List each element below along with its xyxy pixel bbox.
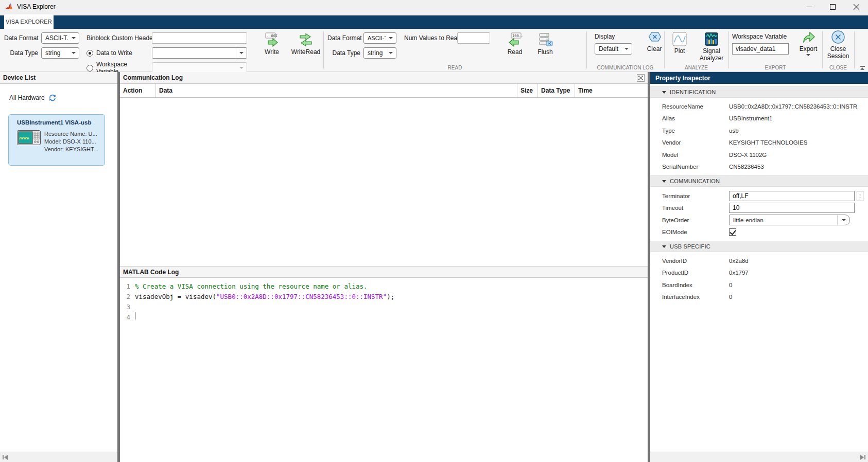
data-to-write-radio[interactable] — [86, 50, 93, 57]
code-line: 2 visadevObj = visadev("USB0::0x2A8D::0x… — [120, 292, 648, 302]
line-number: 4 — [120, 312, 130, 323]
property-row: ProductID 0x1797 — [650, 267, 868, 279]
chevron-down-icon — [389, 52, 393, 54]
property-row: ResourceName USB0::0x2A8D::0x1797::CN582… — [650, 100, 868, 113]
export-group: Workspace Variable Export EXPORT — [728, 29, 822, 72]
column-header-time[interactable]: Time — [575, 84, 648, 97]
device-card-usbinstrument1[interactable]: USBInstrument1 VISA-usb Resource Name: U… — [8, 114, 105, 166]
maximize-button[interactable] — [821, 0, 844, 13]
read-icon: I00.. — [507, 32, 523, 47]
read-data-type-label: Data Type — [327, 49, 360, 57]
section-identification[interactable]: IDENTIFICATION — [650, 86, 868, 98]
property-inspector-panel: Property Inspector IDENTIFICATION Resour… — [650, 72, 868, 462]
display-label: Display — [595, 32, 632, 41]
close-group: Close Session CLOSE — [822, 29, 854, 72]
chevron-down-button[interactable] — [837, 215, 849, 225]
svg-text:I00..: I00.. — [512, 34, 523, 38]
communication-log-header: Communication Log — [120, 72, 648, 84]
expand-panel-icon[interactable] — [637, 74, 645, 82]
property-inspector-title: Property Inspector — [655, 75, 710, 82]
writeread-icon — [298, 32, 314, 47]
device-list-horizontal-scrollbar[interactable] — [0, 452, 117, 462]
flush-icon — [537, 32, 553, 47]
byteorder-dropdown[interactable]: little-endian — [729, 215, 850, 225]
chevron-down-button[interactable] — [236, 48, 247, 58]
section-communication[interactable]: COMMUNICATION — [650, 175, 868, 187]
property-row: Vendor KEYSIGHT TECHNOLOGIES — [650, 137, 868, 149]
num-values-input[interactable] — [457, 32, 490, 44]
binblock-header-input[interactable] — [152, 32, 247, 44]
close-session-icon — [831, 30, 845, 44]
center-panel: Communication Log Action Data Size Data … — [120, 72, 648, 462]
clear-icon — [647, 30, 662, 44]
analyze-group: Plot Signal Analyzer ANALYZE — [664, 29, 728, 72]
export-button[interactable]: Export — [796, 29, 821, 56]
clear-button[interactable]: Clear — [645, 29, 664, 52]
section-usb-specific[interactable]: USB SPECIFIC — [650, 241, 868, 252]
eoimode-checkbox[interactable] — [729, 228, 736, 236]
column-header-size[interactable]: Size — [517, 84, 538, 97]
property-row: VendorID 0x2a8d — [650, 255, 868, 267]
scroll-right-stepper[interactable] — [858, 455, 868, 460]
scroll-right-icon — [860, 455, 864, 460]
terminator-options-button[interactable]: ⋮ — [857, 191, 863, 201]
plot-button[interactable]: Plot — [669, 29, 690, 55]
export-workspace-variable-input[interactable] — [732, 43, 789, 55]
data-to-write-combobox[interactable] — [152, 47, 247, 59]
read-group: Data Format ASCII-T... Data Type string — [323, 29, 586, 72]
signal-analyzer-icon — [704, 32, 719, 46]
signal-analyzer-button[interactable]: Signal Analyzer — [697, 29, 726, 62]
close-session-button[interactable]: Close Session — [824, 29, 853, 60]
column-header-action[interactable]: Action — [120, 84, 156, 97]
column-header-data-type[interactable]: Data Type — [538, 84, 575, 97]
minimize-button[interactable] — [797, 0, 821, 13]
read-data-format-dropdown[interactable]: ASCII-T... — [363, 32, 396, 44]
read-data-type-dropdown[interactable]: string — [363, 47, 396, 59]
writeread-button[interactable]: WriteRead — [288, 29, 323, 56]
line-number: 2 — [120, 292, 130, 302]
write-data-format-dropdown[interactable]: ASCII-T... — [41, 32, 79, 44]
read-button[interactable]: I00.. Read — [504, 29, 526, 56]
code-line: 4 — [120, 312, 648, 323]
refresh-icon[interactable] — [48, 94, 57, 102]
chevron-down-icon — [389, 37, 393, 39]
chevron-down-icon — [239, 67, 244, 69]
minimize-toolstrip-button[interactable] — [859, 66, 865, 70]
write-data-type-dropdown[interactable]: string — [41, 47, 79, 59]
device-list-panel: Device List All Hardware USBInstrument1 … — [0, 72, 117, 462]
write-button[interactable]: ..00I Write — [258, 29, 285, 56]
property-row: SerialNumber CN58236453 — [650, 161, 868, 173]
chevron-down-icon — [624, 48, 629, 50]
data-to-write-label: Data to Write — [96, 49, 132, 57]
column-header-data[interactable]: Data — [156, 84, 517, 97]
main-area: Device List All Hardware USBInstrument1 … — [0, 72, 868, 462]
toolstrip: Data Format ASCII-T... Data Type string — [0, 29, 868, 72]
tab-strip: VISA EXPLORER — [0, 13, 868, 29]
communication-log-section-label: COMMUNICATION LOG — [586, 65, 664, 72]
write-group: Data Format ASCII-T... Data Type string — [0, 29, 323, 72]
all-hardware-label: All Hardware — [9, 94, 45, 101]
property-row-eoimode: EOIMode — [650, 226, 868, 239]
close-button[interactable] — [844, 0, 868, 13]
code-editor[interactable]: 1 % Create a VISA connection using the r… — [120, 278, 648, 323]
terminator-input[interactable] — [729, 191, 855, 201]
tab-visa-explorer[interactable]: VISA EXPLORER — [4, 14, 54, 29]
svg-text:..00I: ..00I — [267, 34, 277, 38]
write-icon: ..00I — [264, 32, 280, 47]
device-list-header: Device List — [0, 72, 117, 84]
window-title: VISA Explorer — [17, 3, 56, 10]
collapse-triangle-icon — [662, 245, 666, 248]
collapse-up-icon — [860, 67, 864, 70]
property-row: Alias USBInstrument1 — [650, 113, 868, 125]
scroll-left-stepper[interactable] — [0, 455, 10, 460]
property-row: BoardIndex 0 — [650, 279, 868, 291]
device-name: USBInstrument1 VISA-usb — [17, 119, 100, 126]
workspace-variable-radio[interactable] — [86, 65, 93, 72]
display-dropdown[interactable]: Default — [595, 43, 632, 55]
inspector-horizontal-scrollbar[interactable] — [650, 452, 868, 462]
device-model: Model: DSO-X 110... — [44, 138, 98, 146]
close-section-label: CLOSE — [822, 65, 854, 72]
chevron-down-icon — [72, 52, 76, 54]
timeout-input[interactable] — [729, 203, 855, 213]
flush-button[interactable]: Flush — [534, 29, 556, 56]
